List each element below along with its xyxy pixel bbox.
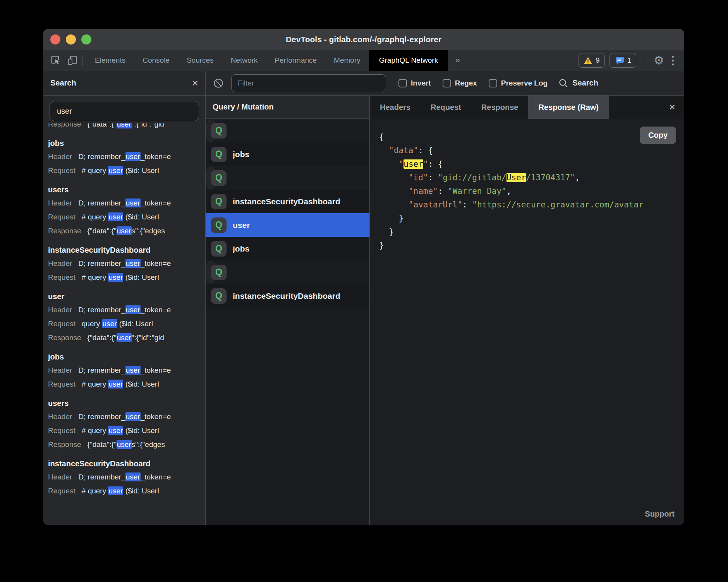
query-type-icon: Q [211,241,227,257]
search-result-row[interactable]: Request# query user ($id: UserI [48,164,205,178]
search-result-group-title[interactable]: users [48,397,205,410]
search-result-row[interactable]: Request# query user ($id: UserI [48,210,205,224]
search-result-row[interactable]: Requestquery user ($id: UserI [48,317,205,331]
device-toolbar-icon[interactable] [67,55,78,66]
result-row-label: Header [48,413,72,421]
tab-graphql-network[interactable]: GraphQL Network [369,50,448,71]
titlebar: DevTools - gitlab.com/-/graphql-explorer [43,29,684,50]
search-result-row[interactable]: Request# query user ($id: UserI [48,270,205,284]
json-line: "name": "Warren Day", [379,185,684,198]
close-window-button[interactable] [50,34,60,45]
search-panel-close-icon[interactable]: × [192,78,198,89]
detail-tab-response-raw[interactable]: Response (Raw) [528,96,609,119]
result-row-label: Request [48,426,76,435]
checkbox-label: Preserve Log [501,79,548,87]
search-results: Response{"data":{"user":{"id":"gidjobsHe… [43,123,205,525]
search-result-row[interactable]: Response{"data":{"users":{"edges [48,438,205,452]
search-result-row[interactable]: Response{"data":{"user":{"id":"gid [48,331,205,345]
result-row-label: Header [48,259,72,267]
checkbox-box [398,79,407,87]
detail-close-icon[interactable]: × [661,96,684,119]
search-result-group-title[interactable]: jobs [48,350,205,363]
checkbox-regex[interactable]: Regex [443,79,477,87]
result-row-label: Header [48,306,72,314]
match-highlight: user [117,226,132,235]
json-line: "user": { [379,157,684,171]
query-type-icon: Q [211,147,227,162]
tab-memory[interactable]: Memory [325,50,369,71]
tab-network[interactable]: Network [222,50,266,71]
devtools-window: DevTools - gitlab.com/-/graphql-explorer… [43,29,684,525]
query-list-item-label: instanceSecurityDashboard [233,291,340,301]
settings-gear-icon[interactable]: ⚙ [654,55,664,66]
tab-console[interactable]: Console [134,50,178,71]
filter-checkboxes: InvertRegexPreserve Log [398,79,548,87]
result-row-label: Header [48,199,72,207]
search-result-row[interactable]: Response{"data":{"user":{"id":"gid [48,123,205,131]
match-highlight: user [125,366,141,375]
query-list-item[interactable]: Qusers [206,166,216,190]
query-list-item[interactable]: Qusers [206,260,216,284]
search-result-group-title[interactable]: users [48,183,205,196]
warning-triangle-icon [584,56,592,65]
search-input[interactable] [50,101,199,121]
json-line: } [379,225,684,239]
tab-sources[interactable]: Sources [178,50,222,71]
issues-count: 1 [627,56,632,65]
inspect-element-icon[interactable] [50,55,61,66]
match-highlight: user [125,259,141,268]
checkbox-box [489,79,497,87]
more-tabs-chevron-icon[interactable]: » [448,50,467,71]
query-type-icon: Q [211,265,227,280]
query-list-item[interactable]: QinstanceSecurityDashboard [206,284,369,308]
warning-count: 9 [596,56,600,65]
json-line: "id": "gid://gitlab/User/13704317", [379,171,684,185]
devtools-tab-strip: ElementsConsoleSourcesNetworkPerformance… [86,50,369,71]
query-list-item[interactable]: Qjobs [206,142,369,166]
query-list-item[interactable]: Qjobs [206,237,369,260]
issues-badge[interactable]: 1 [610,53,637,68]
filter-search[interactable]: Search [558,78,598,88]
search-result-row[interactable]: HeaderD; remember_user_token=e [48,410,205,424]
search-result-group-title[interactable]: user [48,290,205,303]
search-result-row[interactable]: Request# query user ($id: UserI [48,424,205,438]
search-result-row[interactable]: HeaderD; remember_user_token=e [48,363,205,377]
search-result-row[interactable]: Response{"data":{"users":{"edges [48,224,205,238]
query-list-item[interactable]: QinstanceSecurityDashboard [206,190,369,213]
toolbar-divider [82,55,82,66]
search-result-row[interactable]: HeaderD; remember_user_token=e [48,257,205,270]
detail-tab-response[interactable]: Response [471,96,529,119]
support-link[interactable]: Support [370,510,684,525]
detail-tab-request[interactable]: Request [421,96,471,119]
match-highlight: user [125,305,141,314]
json-line: "data": { [379,144,684,157]
search-result-row[interactable]: Request# query user ($id: UserI [48,484,205,498]
detail-tab-headers[interactable]: Headers [370,96,421,119]
traffic-lights [50,34,91,45]
minimize-window-button[interactable] [66,34,76,45]
more-options-kebab-icon[interactable] [669,56,677,65]
tab-performance[interactable]: Performance [266,50,325,71]
search-result-row[interactable]: HeaderD; remember_user_token=e [48,303,205,317]
search-result-row[interactable]: HeaderD; remember_user_token=e [48,150,205,164]
json-line: } [379,212,684,225]
query-list-item[interactable]: Quser [206,119,216,142]
detail-panel: HeadersRequestResponseResponse (Raw)× Co… [370,96,684,525]
block-clear-icon[interactable] [213,77,224,89]
warnings-badge[interactable]: 9 [579,53,605,68]
checkbox-invert[interactable]: Invert [398,79,431,87]
query-list-item[interactable]: Quser [206,213,369,237]
search-result-group-title[interactable]: instanceSecurityDashboard [48,457,205,470]
result-row-label: Request [48,487,76,495]
search-result-group-title[interactable]: jobs [48,137,205,150]
search-highlight: User [507,173,526,182]
zoom-window-button[interactable] [81,34,91,45]
search-result-row[interactable]: Request# query user ($id: UserI [48,377,205,391]
search-result-row[interactable]: HeaderD; remember_user_token=e [48,470,205,484]
tab-elements[interactable]: Elements [86,50,134,71]
search-result-group-title[interactable]: instanceSecurityDashboard [48,243,205,257]
copy-button[interactable]: Copy [640,127,676,144]
filter-input[interactable] [231,74,386,92]
search-result-row[interactable]: HeaderD; remember_user_token=e [48,196,205,210]
checkbox-preserve-log[interactable]: Preserve Log [489,79,548,87]
